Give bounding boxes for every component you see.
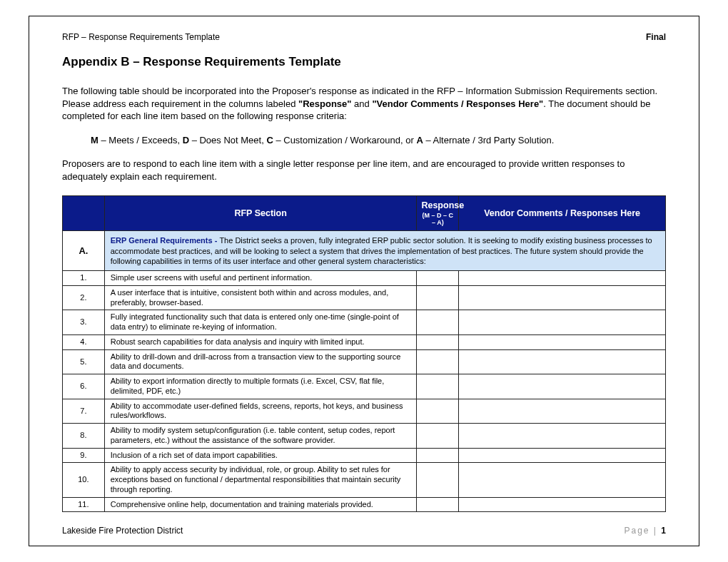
item-number: 8. [63, 424, 105, 449]
item-text: Inclusion of a rich set of data import c… [104, 448, 417, 463]
section-letter: A. [63, 231, 105, 271]
item-text: Fully integrated functionality such that… [104, 310, 417, 335]
response-cell[interactable] [417, 424, 459, 449]
item-text: Ability to apply access security by indi… [104, 463, 417, 497]
response-cell[interactable] [417, 334, 459, 349]
vendor-cell[interactable] [459, 271, 666, 286]
intro-text-2: and [351, 98, 372, 109]
item-text: Ability to accommodate user-defined fiel… [104, 399, 417, 424]
intro-bold-response: "Response" [298, 98, 351, 109]
section-title: ERP General Requirements - [111, 236, 220, 245]
th-response-sub: (M – D – C – A) [421, 212, 454, 226]
item-number: 11. [63, 497, 105, 512]
vendor-cell[interactable] [459, 374, 666, 399]
table-body: A. ERP General Requirements - The Distri… [63, 231, 666, 512]
response-cell[interactable] [417, 463, 459, 497]
item-number: 9. [63, 448, 105, 463]
vendor-cell[interactable] [459, 399, 666, 424]
header-left: RFP – Response Requirements Template [62, 32, 220, 42]
criteria-line: M – Meets / Exceeds, D – Does Not Meet, … [91, 134, 666, 147]
criteria-d-txt: – Does Not Meet, [189, 135, 266, 145]
footer-left: Lakeside Fire Protection District [62, 526, 183, 536]
item-number: 1. [63, 271, 105, 286]
vendor-cell[interactable] [459, 463, 666, 497]
table-header: RFP Section Response (M – D – C – A) Ven… [63, 196, 666, 231]
criteria-m: M [91, 135, 98, 145]
th-number [63, 196, 105, 231]
item-text: Ability to modify system setup/configura… [104, 424, 417, 449]
table-row: 4.Robust search capabilities for data an… [63, 334, 666, 349]
criteria-c: C [266, 135, 273, 145]
th-response-label: Response [421, 200, 464, 210]
footer-right: Page | 1 [624, 526, 666, 536]
intro-paragraph: The following table should be incorporat… [62, 85, 666, 123]
table-row: 10.Ability to apply access security by i… [63, 463, 666, 497]
table-row: 2.A user interface that is intuitive, co… [63, 285, 666, 310]
vendor-cell[interactable] [459, 497, 666, 512]
response-cell[interactable] [417, 374, 459, 399]
page-container: RFP – Response Requirements Template Fin… [0, 0, 728, 562]
vendor-cell[interactable] [459, 334, 666, 349]
table-row: 8.Ability to modify system setup/configu… [63, 424, 666, 449]
intro-bold-vendor: "Vendor Comments / Responses Here" [372, 98, 543, 109]
item-number: 5. [63, 349, 105, 374]
item-text: Ability to export information directly t… [104, 374, 417, 399]
response-cell[interactable] [417, 399, 459, 424]
response-cell[interactable] [417, 349, 459, 374]
item-text: Ability to drill-down and drill-across f… [104, 349, 417, 374]
criteria-a-txt: – Alternate / 3rd Party Solution. [423, 135, 555, 145]
response-cell[interactable] [417, 310, 459, 335]
item-number: 3. [63, 310, 105, 335]
th-vendor: Vendor Comments / Responses Here [459, 196, 666, 231]
criteria-a: A [416, 135, 423, 145]
table-row: 11.Comprehensive online help, documentat… [63, 497, 666, 512]
page-number: 1 [661, 526, 666, 536]
criteria-c-txt: – Customization / Workaround, or [273, 135, 417, 145]
th-response: Response (M – D – C – A) [417, 196, 459, 231]
response-cell[interactable] [417, 497, 459, 512]
table-row: 7.Ability to accommodate user-defined fi… [63, 399, 666, 424]
table-row: 6.Ability to export information directly… [63, 374, 666, 399]
item-text: Simple user screens with useful and pert… [104, 271, 417, 286]
item-text: Comprehensive online help, documentation… [104, 497, 417, 512]
vendor-cell[interactable] [459, 310, 666, 335]
page-title: Appendix B – Response Requirements Templ… [62, 55, 666, 69]
item-number: 10. [63, 463, 105, 497]
vendor-cell[interactable] [459, 349, 666, 374]
content-frame: RFP – Response Requirements Template Fin… [29, 16, 699, 546]
section-row: A. ERP General Requirements - The Distri… [63, 231, 666, 271]
vendor-cell[interactable] [459, 285, 666, 310]
header-right: Final [646, 32, 666, 42]
requirements-table: RFP Section Response (M – D – C – A) Ven… [62, 195, 666, 512]
running-footer: Lakeside Fire Protection District Page |… [62, 526, 666, 536]
criteria-d: D [183, 135, 189, 145]
table-row: 9.Inclusion of a rich set of data import… [63, 448, 666, 463]
item-number: 6. [63, 374, 105, 399]
th-section: RFP Section [104, 196, 417, 231]
section-cell: ERP General Requirements - The District … [104, 231, 665, 271]
page-sep: | [650, 526, 662, 536]
table-row: 5.Ability to drill-down and drill-across… [63, 349, 666, 374]
table-row: 1.Simple user screens with useful and pe… [63, 271, 666, 286]
item-number: 4. [63, 334, 105, 349]
response-cell[interactable] [417, 285, 459, 310]
vendor-cell[interactable] [459, 448, 666, 463]
table-row: 3.Fully integrated functionality such th… [63, 310, 666, 335]
vendor-cell[interactable] [459, 424, 666, 449]
response-cell[interactable] [417, 448, 459, 463]
criteria-m-txt: – Meets / Exceeds, [98, 135, 183, 145]
item-text: A user interface that is intuitive, cons… [104, 285, 417, 310]
running-header: RFP – Response Requirements Template Fin… [62, 32, 666, 42]
note-paragraph: Proposers are to respond to each line it… [62, 158, 666, 183]
page-word: Page [624, 526, 649, 536]
item-text: Robust search capabilities for data anal… [104, 334, 417, 349]
item-number: 2. [63, 285, 105, 310]
response-cell[interactable] [417, 271, 459, 286]
item-number: 7. [63, 399, 105, 424]
